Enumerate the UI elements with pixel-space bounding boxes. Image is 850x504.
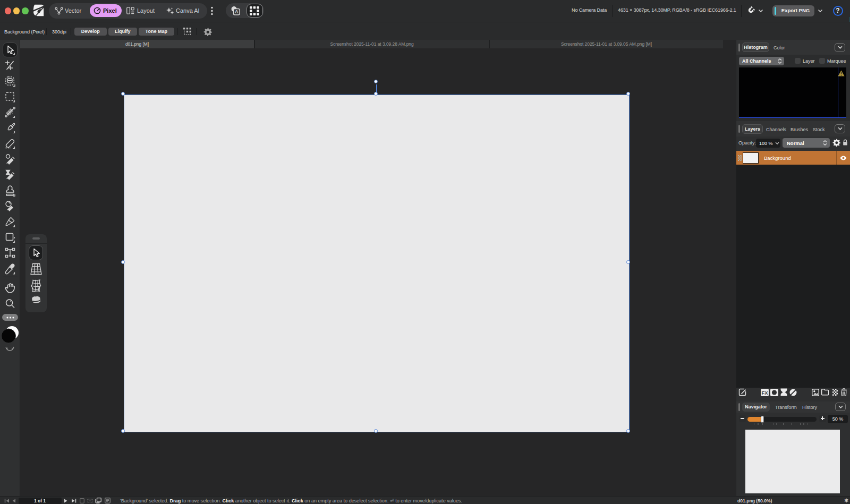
svg-text:A: A: [235, 9, 239, 14]
svg-text:FX: FX: [761, 389, 768, 395]
